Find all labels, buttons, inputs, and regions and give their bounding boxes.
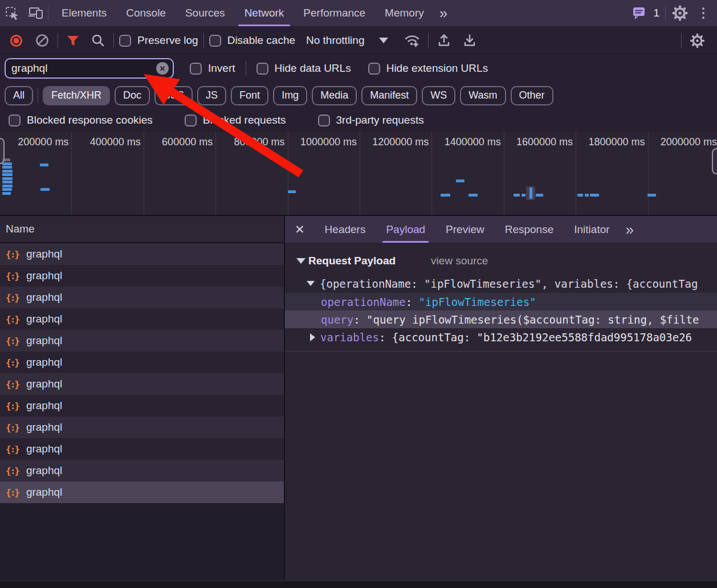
timeline-tick: 1400000 ms <box>432 132 504 215</box>
hide-data-urls-toggle[interactable]: Hide data URLs <box>256 62 351 75</box>
throttling-dropdown[interactable]: No throttling <box>306 34 388 47</box>
payload-entry-operationname[interactable]: operationName: "ipFlowTimeseries" <box>285 293 717 311</box>
3rd-party-requests-toggle[interactable]: 3rd-party requests <box>318 114 424 126</box>
table-row[interactable]: {:}graphql <box>0 265 284 287</box>
payload-summary-row[interactable]: {operationName: "ipFlowTimeseries", vari… <box>285 274 717 293</box>
table-row[interactable]: {:}graphql <box>0 352 284 373</box>
table-row[interactable]: {:}graphql <box>0 308 284 330</box>
more-detail-tabs-chevron-icon[interactable]: » <box>620 222 639 237</box>
tab-payload[interactable]: Payload <box>376 216 435 243</box>
payload-value: {accountTag: "b12e3b2192ee5588fdad995178… <box>392 331 692 344</box>
tab-network[interactable]: Network <box>235 0 294 26</box>
chip-js[interactable]: JS <box>197 86 226 105</box>
tab-response[interactable]: Response <box>495 216 564 243</box>
tab-memory[interactable]: Memory <box>375 0 434 26</box>
tab-performance[interactable]: Performance <box>294 0 375 26</box>
disable-cache-toggle[interactable]: Disable cache <box>209 34 295 47</box>
request-name: graphql <box>26 464 62 477</box>
devtools-tabbar: ElementsConsoleSourcesNetworkPerformance… <box>0 0 717 27</box>
filter-funnel-icon[interactable] <box>63 34 83 47</box>
table-row[interactable]: {:}graphql <box>0 460 284 481</box>
clear-filter-icon[interactable]: ✕ <box>156 62 169 75</box>
table-row[interactable]: {:}graphql <box>0 330 284 352</box>
table-row[interactable]: {:}graphql <box>0 416 284 438</box>
timeline-tick: 1600000 ms <box>504 132 576 215</box>
table-row[interactable]: {:}graphql <box>0 373 284 395</box>
name-column-header[interactable]: Name <box>0 216 284 243</box>
waterfall-bar <box>40 188 50 191</box>
hide-extension-urls-label: Hide extension URLs <box>386 62 488 75</box>
search-icon[interactable] <box>88 33 108 48</box>
waterfall-bar <box>2 185 13 187</box>
import-har-icon[interactable] <box>434 33 454 48</box>
request-payload-section[interactable]: Request Payload view source <box>285 250 717 272</box>
details-tabbar: ✕ HeadersPayloadPreviewResponseInitiator… <box>285 216 717 243</box>
message-count-badge: 1 <box>653 7 659 19</box>
waterfall-bar <box>2 173 13 176</box>
clear-icon[interactable] <box>32 33 52 48</box>
payload-value: "query ipFlowTimeseries($accountTag: str… <box>366 313 699 326</box>
tab-sources[interactable]: Sources <box>176 0 235 26</box>
network-settings-gear-icon[interactable] <box>687 33 708 48</box>
view-source-link[interactable]: view source <box>431 255 488 267</box>
selected-request-tick <box>529 187 532 199</box>
filter-input-box: ✕ <box>5 58 174 79</box>
chip-fetch-xhr[interactable]: Fetch/XHR <box>43 86 110 105</box>
tab-headers[interactable]: Headers <box>315 216 376 243</box>
network-overview[interactable]: 200000 ms400000 ms600000 ms800000 ms1000… <box>0 132 717 216</box>
table-row[interactable]: {:}graphql <box>0 243 284 265</box>
tab-elements[interactable]: Elements <box>52 0 116 26</box>
chip-other[interactable]: Other <box>511 86 553 105</box>
divider <box>681 33 682 48</box>
preserve-log-label: Preserve log <box>137 34 198 47</box>
request-rows: {:}graphql{:}graphql{:}graphql{:}graphql… <box>0 243 284 503</box>
filter-input[interactable] <box>6 62 173 75</box>
request-table-panel: Name {:}graphql{:}graphql{:}graphql{:}gr… <box>0 216 285 581</box>
chip-css[interactable]: CSS <box>154 86 193 105</box>
network-conditions-icon[interactable] <box>401 33 423 48</box>
waterfall-bar <box>590 194 599 197</box>
section-title: Request Payload <box>308 255 396 267</box>
table-row[interactable]: {:}graphql <box>0 481 284 503</box>
hide-extension-urls-toggle[interactable]: Hide extension URLs <box>368 62 488 75</box>
payload-entry-query[interactable]: query: "query ipFlowTimeseries($accountT… <box>285 311 717 328</box>
payload-entries: operationName: "ipFlowTimeseries"query: … <box>285 293 717 346</box>
chip-wasm[interactable]: Wasm <box>460 86 506 105</box>
chip-img[interactable]: Img <box>273 86 307 105</box>
expand-triangle-icon[interactable] <box>310 333 315 341</box>
kebab-menu-icon[interactable] <box>694 7 712 19</box>
table-row[interactable]: {:}graphql <box>0 395 284 416</box>
chip-font[interactable]: Font <box>231 86 268 105</box>
export-har-icon[interactable] <box>459 33 480 48</box>
close-details-icon[interactable]: ✕ <box>285 223 315 236</box>
timeline-tick: 2000000 ms <box>649 132 717 215</box>
overview-left-handle[interactable] <box>0 138 5 164</box>
messages-icon[interactable] <box>627 2 651 24</box>
settings-gear-icon[interactable] <box>668 2 692 24</box>
payload-entry-variables[interactable]: variables: {accountTag: "b12e3b2192ee558… <box>285 328 717 346</box>
waterfall-bar <box>456 179 465 182</box>
blocked-requests-toggle[interactable]: Blocked requests <box>185 114 286 126</box>
checkbox <box>119 35 131 47</box>
chip-ws[interactable]: WS <box>422 86 455 105</box>
timeline-tick: 800000 ms <box>216 132 288 215</box>
tab-initiator[interactable]: Initiator <box>564 216 620 243</box>
table-row[interactable]: {:}graphql <box>0 287 284 308</box>
inspect-element-icon[interactable] <box>0 2 24 24</box>
preserve-log-toggle[interactable]: Preserve log <box>119 34 198 47</box>
waterfall-bar <box>2 192 11 195</box>
invert-toggle[interactable]: Invert <box>190 62 235 75</box>
more-tabs-chevron-icon[interactable]: » <box>434 6 453 21</box>
chip-doc[interactable]: Doc <box>115 86 150 105</box>
chip-manifest[interactable]: Manifest <box>361 86 417 105</box>
tab-console[interactable]: Console <box>116 0 176 26</box>
table-row[interactable]: {:}graphql <box>0 438 284 460</box>
tab-preview[interactable]: Preview <box>435 216 495 243</box>
overview-right-handle[interactable] <box>712 148 717 174</box>
collapse-triangle-icon <box>296 258 305 264</box>
device-toolbar-icon[interactable] <box>24 2 48 24</box>
record-button[interactable] <box>10 35 22 47</box>
blocked-response-cookies-toggle[interactable]: Blocked response cookies <box>9 114 153 126</box>
chip-all[interactable]: All <box>5 86 33 105</box>
chip-media[interactable]: Media <box>312 86 357 105</box>
